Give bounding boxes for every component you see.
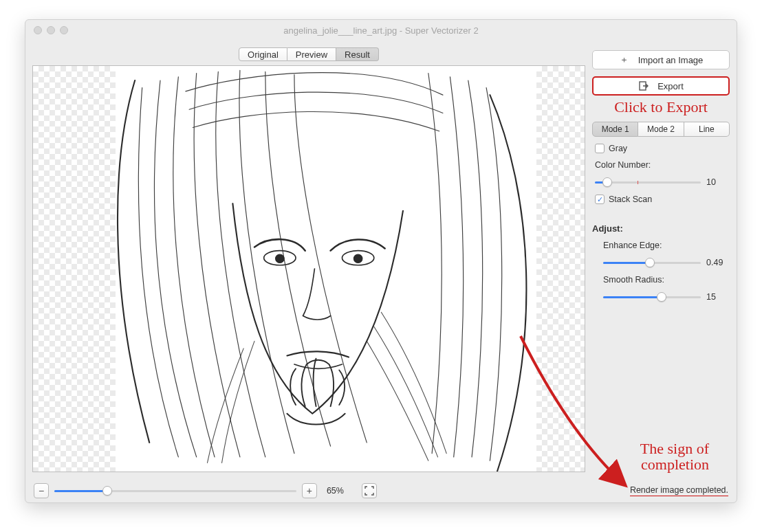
enhance-edge-label: Enhance Edge: <box>592 241 730 250</box>
titlebar: angelina_jolie___line_art.jpg - Super Ve… <box>25 20 737 41</box>
zoom-in-button[interactable]: + <box>302 483 317 498</box>
mode-2-tab[interactable]: Mode 2 <box>638 122 684 137</box>
smooth-radius-row: 15 <box>592 291 730 302</box>
zoom-slider[interactable] <box>54 485 296 496</box>
plus-icon: ＋ <box>619 54 630 66</box>
canvas-viewport[interactable] <box>32 65 585 472</box>
color-number-slider[interactable] <box>595 177 701 188</box>
footer: − + 65% Render image completed. <box>25 479 737 502</box>
svg-point-2 <box>276 254 285 263</box>
smooth-radius-value: 15 <box>706 292 730 302</box>
enhance-edge-row: 0.49 <box>592 257 730 268</box>
mode-tab-group: Mode 1 Mode 2 Line <box>592 122 730 137</box>
adjust-heading: Adjust: <box>592 223 730 234</box>
app-window: angelina_jolie___line_art.jpg - Super Ve… <box>25 19 737 503</box>
vectorized-image <box>33 66 585 472</box>
enhance-edge-value: 0.49 <box>706 258 730 267</box>
enhance-edge-slider[interactable] <box>603 257 701 268</box>
import-label: Import an Image <box>638 55 704 65</box>
zoom-value: 65% <box>327 486 344 496</box>
smooth-radius-label: Smooth Radius: <box>592 275 730 285</box>
zoom-dot[interactable] <box>60 26 68 34</box>
status-text: Render image completed. <box>630 485 728 496</box>
tab-result[interactable]: Result <box>336 47 379 61</box>
stack-scan-row: ✓ Stack Scan <box>592 195 730 204</box>
stack-scan-label: Stack Scan <box>609 195 652 204</box>
mode-line-tab[interactable]: Line <box>684 122 730 137</box>
mode-1-tab[interactable]: Mode 1 <box>592 122 638 137</box>
canvas-area: Original Preview Result <box>32 47 585 472</box>
view-tab-group: Original Preview Result <box>239 47 379 61</box>
window-title: angelina_jolie___line_art.jpg - Super Ve… <box>25 25 737 36</box>
close-dot[interactable] <box>34 26 42 34</box>
sidebar: ＋ Import an Image Export Click to Export… <box>592 47 730 472</box>
export-label: Export <box>657 81 684 91</box>
color-number-value: 10 <box>706 177 730 187</box>
color-number-row: 10 <box>592 177 730 188</box>
gray-label: Gray <box>609 144 627 153</box>
tab-original[interactable]: Original <box>239 47 287 61</box>
gray-row: Gray <box>592 144 730 153</box>
color-number-label: Color Number: <box>592 160 730 170</box>
window-body: Original Preview Result <box>25 41 737 479</box>
annotation-click-to-export: Click to Export <box>592 100 730 115</box>
gray-checkbox[interactable] <box>595 144 605 153</box>
minimize-dot[interactable] <box>47 26 55 34</box>
svg-point-3 <box>353 254 362 263</box>
import-button[interactable]: ＋ Import an Image <box>592 50 730 69</box>
stack-scan-checkbox[interactable]: ✓ <box>595 195 605 204</box>
fit-screen-button[interactable] <box>362 483 377 498</box>
tab-preview[interactable]: Preview <box>287 47 336 61</box>
export-button[interactable]: Export <box>592 76 730 96</box>
zoom-out-button[interactable]: − <box>34 483 49 498</box>
window-controls <box>34 26 68 34</box>
export-icon <box>638 81 649 91</box>
smooth-radius-slider[interactable] <box>603 291 701 302</box>
